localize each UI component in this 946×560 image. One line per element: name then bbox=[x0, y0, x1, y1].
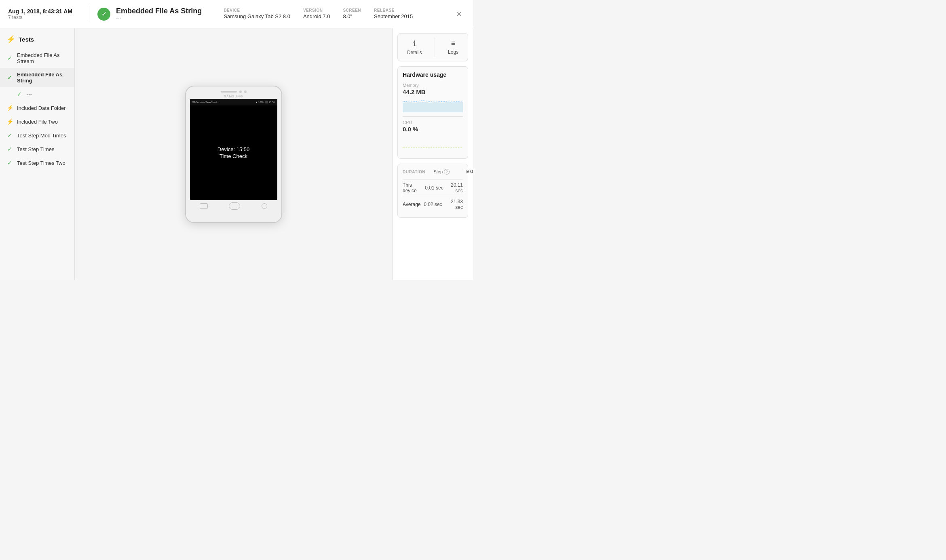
device-time: Device: 15:50 bbox=[217, 146, 250, 152]
main-layout: ⚡ Tests ✓ Embedded File As Stream ✓ Embe… bbox=[0, 28, 473, 280]
tests-icon: ⚡ bbox=[6, 35, 15, 44]
duration-title: DURATION bbox=[403, 170, 425, 174]
header-test-info: ✓ Embedded File As String --- DEVICE Sam… bbox=[97, 7, 453, 21]
tab-divider bbox=[435, 38, 435, 57]
tab-details-label: Details bbox=[407, 50, 422, 55]
memory-value: 44.2 MB bbox=[403, 88, 463, 95]
duration-header: DURATION Step ? Test bbox=[403, 169, 463, 175]
cpu-label: CPU bbox=[403, 120, 463, 125]
header-tests-count: 7 tests bbox=[8, 15, 81, 20]
this-device-step: 0.01 sec bbox=[423, 185, 443, 191]
device-sensor bbox=[244, 91, 247, 93]
header-test-details: Embedded File As String --- bbox=[116, 7, 202, 21]
sidebar-item-test-step-times[interactable]: ✓ Test Step Times bbox=[0, 142, 74, 156]
step-col-header: Step ? bbox=[425, 169, 450, 175]
sidebar-header: ⚡ Tests bbox=[0, 35, 74, 48]
cpu-metric: CPU 0.0 % bbox=[403, 120, 463, 149]
header-date: Aug 1, 2018, 8:43:31 AM bbox=[8, 8, 81, 15]
release-label: RELEASE bbox=[374, 8, 413, 13]
average-test: 21.33 sec bbox=[442, 199, 463, 210]
header-device: DEVICE Samsung Galaxy Tab S2 8.0 bbox=[224, 8, 290, 20]
hardware-card: Hardware usage Memory 44.2 MB CPU 0.0 % bbox=[397, 66, 468, 159]
sidebar-item-embedded-file-string-sub[interactable]: ✓ --- bbox=[0, 87, 74, 101]
sidebar-item-label: Included File Two bbox=[17, 119, 58, 125]
panel-tabs: ℹ Details ≡ Logs bbox=[397, 33, 468, 61]
device-home-button bbox=[229, 202, 240, 210]
duration-cols: Step ? Test bbox=[425, 169, 473, 175]
this-device-label: This device bbox=[403, 182, 423, 194]
pass-icon: ✓ bbox=[6, 74, 13, 81]
header-version: VERSION Android 7.0 bbox=[303, 8, 330, 20]
header-meta: DEVICE Samsung Galaxy Tab S2 8.0 VERSION… bbox=[224, 8, 413, 20]
chart-divider bbox=[403, 116, 463, 117]
device-speaker bbox=[221, 91, 237, 93]
sidebar-item-included-data-folder[interactable]: ⚡ Included Data Folder bbox=[0, 101, 74, 115]
this-device-test: 20.11 sec bbox=[443, 182, 463, 194]
step-help-icon[interactable]: ? bbox=[444, 169, 450, 175]
device-label-text: Time Check bbox=[220, 153, 247, 159]
duration-row-device: This device 0.01 sec 20.11 sec bbox=[403, 179, 463, 196]
status-icons: ▲ 100% ⬛ 15:50 bbox=[255, 101, 275, 103]
device-value: Samsung Galaxy Tab S2 8.0 bbox=[224, 13, 290, 19]
logs-icon: ≡ bbox=[451, 39, 456, 48]
memory-label: Memory bbox=[403, 83, 463, 88]
sidebar-item-test-step-mod-times[interactable]: ✓ Test Step Mod Times bbox=[0, 128, 74, 142]
close-button[interactable]: × bbox=[453, 7, 465, 21]
device-brand: SAMSUNG bbox=[224, 95, 243, 98]
duration-card: DURATION Step ? Test This device 0.01 se… bbox=[397, 164, 468, 218]
header-test-step: --- bbox=[116, 15, 202, 21]
hardware-title: Hardware usage bbox=[403, 72, 463, 78]
sidebar-item-label: Embedded File As String bbox=[17, 72, 68, 84]
fail-icon: ⚡ bbox=[6, 118, 13, 125]
device-mockup: SAMSUNG XTCAndroidTimeCheck ▲ 100% ⬛ 15:… bbox=[185, 86, 282, 223]
center-panel: SAMSUNG XTCAndroidTimeCheck ▲ 100% ⬛ 15:… bbox=[75, 28, 392, 280]
right-panel: ℹ Details ≡ Logs Hardware usage Memory 4… bbox=[392, 28, 473, 280]
screen-label: SCREEN bbox=[343, 8, 361, 13]
sidebar-item-label: Included Data Folder bbox=[17, 105, 66, 111]
device-screen: XTCAndroidTimeCheck ▲ 100% ⬛ 15:50 Devic… bbox=[190, 99, 277, 200]
sidebar-item-embedded-file-string[interactable]: ✓ Embedded File As String bbox=[0, 68, 74, 87]
pass-icon: ✓ bbox=[6, 55, 13, 61]
details-icon: ℹ bbox=[413, 39, 416, 48]
memory-metric: Memory 44.2 MB bbox=[403, 83, 463, 112]
fail-icon: ⚡ bbox=[6, 105, 13, 111]
sidebar-item-label: Test Step Mod Times bbox=[17, 133, 66, 139]
sidebar-item-embedded-file-stream[interactable]: ✓ Embedded File As Stream bbox=[0, 48, 74, 68]
header-test-name: Embedded File As String bbox=[116, 7, 202, 15]
step-col-label: Step bbox=[433, 169, 443, 174]
version-label: VERSION bbox=[303, 8, 330, 13]
cpu-chart bbox=[403, 134, 463, 149]
average-label: Average bbox=[403, 202, 420, 207]
pass-icon: ✓ bbox=[6, 146, 13, 152]
device-back-button bbox=[200, 203, 208, 209]
duration-row-average: Average 0.02 sec 21.33 sec bbox=[403, 196, 463, 213]
pass-icon: ✓ bbox=[6, 160, 13, 166]
sidebar-item-test-step-times-two[interactable]: ✓ Test Step Times Two bbox=[0, 156, 74, 170]
header-pass-icon: ✓ bbox=[97, 8, 110, 21]
pass-icon: ✓ bbox=[16, 91, 23, 97]
tab-details[interactable]: ℹ Details bbox=[401, 38, 428, 57]
sidebar-header-label: Tests bbox=[19, 36, 34, 43]
sidebar-item-included-file-two[interactable]: ⚡ Included File Two bbox=[0, 115, 74, 128]
sidebar: ⚡ Tests ✓ Embedded File As Stream ✓ Embe… bbox=[0, 28, 75, 280]
sidebar-item-label: Test Step Times bbox=[17, 146, 54, 152]
test-col-header: Test bbox=[450, 169, 473, 175]
app-name: XTCAndroidTimeCheck bbox=[192, 101, 218, 103]
header-screen: SCREEN 8.0" bbox=[343, 8, 361, 20]
cpu-value: 0.0 % bbox=[403, 126, 463, 133]
device-camera bbox=[239, 91, 242, 93]
pass-icon: ✓ bbox=[6, 132, 13, 139]
device-outer: SAMSUNG XTCAndroidTimeCheck ▲ 100% ⬛ 15:… bbox=[185, 86, 282, 223]
header-release: RELEASE September 2015 bbox=[374, 8, 413, 20]
release-value: September 2015 bbox=[374, 13, 413, 19]
sidebar-item-label: --- bbox=[27, 91, 32, 97]
device-bottom bbox=[189, 200, 278, 210]
sidebar-item-label: Embedded File As Stream bbox=[17, 52, 68, 64]
device-content: Device: 15:50 Time Check bbox=[190, 105, 277, 200]
device-menu-button bbox=[262, 203, 267, 209]
header-datetime: Aug 1, 2018, 8:43:31 AM 7 tests bbox=[8, 8, 81, 20]
average-step: 0.02 sec bbox=[420, 202, 442, 207]
tab-logs-label: Logs bbox=[448, 49, 458, 55]
device-status-bar: XTCAndroidTimeCheck ▲ 100% ⬛ 15:50 bbox=[190, 99, 277, 105]
tab-logs[interactable]: ≡ Logs bbox=[442, 38, 464, 57]
